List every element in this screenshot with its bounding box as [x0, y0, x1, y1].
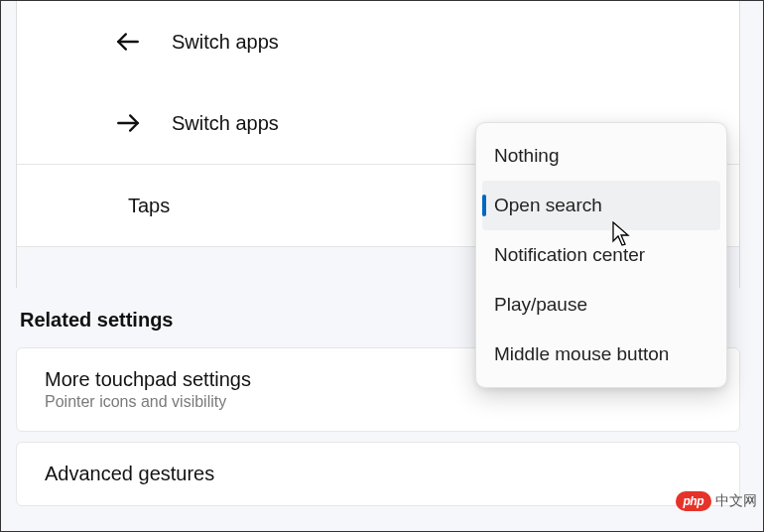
taps-label: Taps — [128, 195, 170, 217]
dropdown-option-nothing[interactable]: Nothing — [482, 131, 720, 181]
watermark-text: 中文网 — [715, 492, 757, 510]
arrow-right-icon — [106, 110, 150, 136]
dropdown-option-middle-mouse[interactable]: Middle mouse button — [482, 330, 720, 379]
taps-dropdown[interactable]: Nothing Open search Notification center … — [475, 122, 727, 388]
advanced-gestures-card[interactable]: Advanced gestures — [16, 442, 740, 506]
watermark: php 中文网 — [676, 491, 758, 511]
more-touchpad-sub: Pointer icons and visibility — [45, 393, 711, 411]
dropdown-option-play-pause[interactable]: Play/pause — [482, 280, 720, 330]
dropdown-option-open-search[interactable]: Open search — [482, 181, 720, 230]
arrow-left-icon — [106, 29, 150, 55]
dropdown-option-notification-center[interactable]: Notification center — [482, 230, 720, 280]
gesture-swipe-left-label: Switch apps — [172, 31, 279, 54]
gesture-swipe-right-label: Switch apps — [172, 112, 279, 135]
gesture-swipe-left-row[interactable]: Switch apps — [17, 1, 739, 82]
watermark-logo: php — [676, 491, 712, 511]
advanced-gestures-title: Advanced gestures — [45, 463, 711, 485]
